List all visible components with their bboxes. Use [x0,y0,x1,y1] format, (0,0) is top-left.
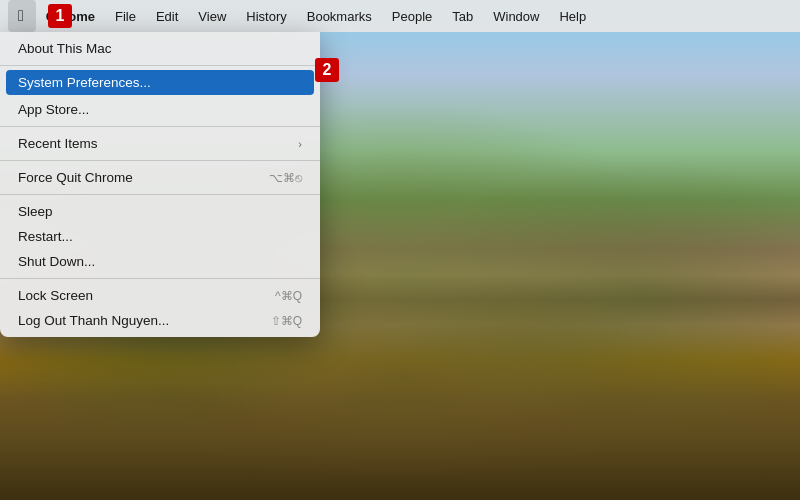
logout-shortcut: ⇧⌘Q [271,314,302,328]
about-mac-item[interactable]: About This Mac [0,36,320,61]
step-1-badge: 1 [48,4,72,28]
about-mac-label: About This Mac [18,41,112,56]
people-menu-item[interactable]: People [382,0,442,32]
edit-menu-item[interactable]: Edit [146,0,188,32]
restart-item[interactable]: Restart... [0,224,320,249]
restart-label: Restart... [18,229,73,244]
apple-menu-item[interactable]:  [8,0,36,32]
menubar:  Chrome File Edit View History Bookmark… [0,0,800,32]
step-2-badge: 2 [315,58,339,82]
sleep-item[interactable]: Sleep [0,199,320,224]
window-menu-item[interactable]: Window [483,0,549,32]
lock-screen-label: Lock Screen [18,288,93,303]
recent-items-label: Recent Items [18,136,98,151]
logout-label: Log Out Thanh Nguyen... [18,313,169,328]
bookmarks-label: Bookmarks [307,9,372,24]
people-label: People [392,9,432,24]
separator-3 [0,160,320,161]
edit-label: Edit [156,9,178,24]
history-label: History [246,9,286,24]
recent-items-arrow: › [298,138,302,150]
force-quit-label: Force Quit Chrome [18,170,133,185]
apple-dropdown-menu: About This Mac System Preferences... App… [0,32,320,337]
system-preferences-label: System Preferences... [18,75,151,90]
file-label: File [115,9,136,24]
window-label: Window [493,9,539,24]
lock-screen-item[interactable]: Lock Screen ^⌘Q [0,283,320,308]
file-menu-item[interactable]: File [105,0,146,32]
history-menu-item[interactable]: History [236,0,296,32]
separator-2 [0,126,320,127]
logout-item[interactable]: Log Out Thanh Nguyen... ⇧⌘Q [0,308,320,333]
system-preferences-item[interactable]: System Preferences... [6,70,314,95]
view-menu-item[interactable]: View [188,0,236,32]
separator-5 [0,278,320,279]
separator-1 [0,65,320,66]
bookmarks-menu-item[interactable]: Bookmarks [297,0,382,32]
shutdown-label: Shut Down... [18,254,95,269]
view-label: View [198,9,226,24]
tab-menu-item[interactable]: Tab [442,0,483,32]
sleep-label: Sleep [18,204,53,219]
force-quit-shortcut: ⌥⌘⎋ [269,171,302,185]
lock-screen-shortcut: ^⌘Q [275,289,302,303]
separator-4 [0,194,320,195]
app-store-label: App Store... [18,102,89,117]
app-store-item[interactable]: App Store... [0,97,320,122]
help-menu-item[interactable]: Help [549,0,596,32]
tab-label: Tab [452,9,473,24]
recent-items-item[interactable]: Recent Items › [0,131,320,156]
apple-icon:  [18,7,24,25]
shutdown-item[interactable]: Shut Down... [0,249,320,274]
help-label: Help [559,9,586,24]
force-quit-item[interactable]: Force Quit Chrome ⌥⌘⎋ [0,165,320,190]
